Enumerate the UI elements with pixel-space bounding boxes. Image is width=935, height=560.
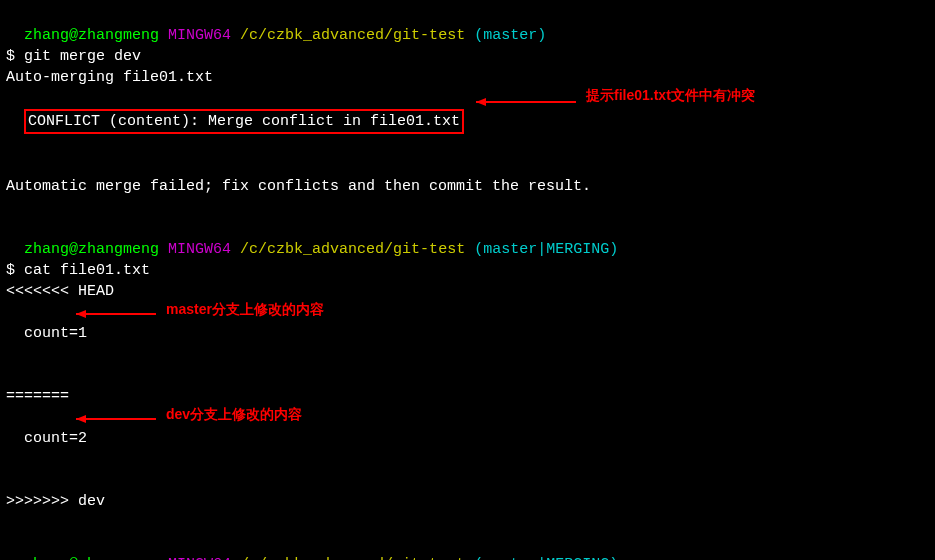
output-failed: Automatic merge failed; fix conflicts an… <box>6 176 929 197</box>
conflict-box: CONFLICT (content): Merge conflict in fi… <box>24 109 464 134</box>
user-host: zhang@zhangmeng <box>24 241 159 258</box>
path: /c/czbk_advanced/git-test <box>240 27 465 44</box>
arrow-1 <box>476 96 586 108</box>
file-dev-marker: >>>>>>> dev <box>6 491 929 512</box>
svg-marker-1 <box>476 98 486 106</box>
annotation-dev: dev分支上修改的内容 <box>166 405 302 425</box>
file-count2-line: count=2 dev分支上修改的内容 <box>6 407 929 491</box>
file-head-marker: <<<<<<< HEAD <box>6 281 929 302</box>
shell-name: MINGW64 <box>168 27 231 44</box>
file-count1-line: count=1 master分支上修改的内容 <box>6 302 929 386</box>
arrow-2 <box>76 308 166 320</box>
svg-marker-5 <box>76 415 86 423</box>
user-host: zhang@zhangmeng <box>24 27 159 44</box>
command-merge: $ git merge dev <box>6 46 929 67</box>
svg-marker-3 <box>76 310 86 318</box>
branch: (master|MERGING) <box>474 556 618 560</box>
annotation-conflict: 提示file01.txt文件中有冲突 <box>586 86 755 106</box>
shell-name: MINGW64 <box>168 241 231 258</box>
branch: (master|MERGING) <box>474 241 618 258</box>
branch: (master) <box>474 27 546 44</box>
prompt-line-2: zhang@zhangmeng MINGW64 /c/czbk_advanced… <box>6 218 929 260</box>
command-cat1: $ cat file01.txt <box>6 260 929 281</box>
user-host: zhang@zhangmeng <box>24 556 159 560</box>
path: /c/czbk_advanced/git-test <box>240 556 465 560</box>
prompt-line-1: zhang@zhangmeng MINGW64 /c/czbk_advanced… <box>6 4 929 46</box>
file-count1: count=1 <box>24 325 87 342</box>
output-automerge: Auto-merging file01.txt <box>6 67 929 88</box>
arrow-3 <box>76 413 166 425</box>
file-separator: ======= <box>6 386 929 407</box>
file-count2: count=2 <box>24 430 87 447</box>
path: /c/czbk_advanced/git-test <box>240 241 465 258</box>
output-conflict-line: CONFLICT (content): Merge conflict in fi… <box>6 88 929 176</box>
annotation-master: master分支上修改的内容 <box>166 300 324 320</box>
shell-name: MINGW64 <box>168 556 231 560</box>
prompt-line-3: zhang@zhangmeng MINGW64 /c/czbk_advanced… <box>6 533 929 560</box>
